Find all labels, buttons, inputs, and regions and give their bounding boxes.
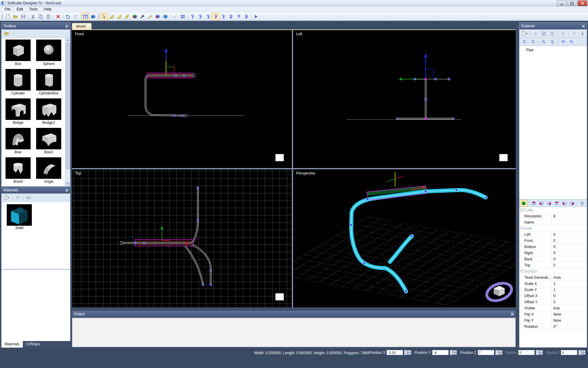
level-2-button[interactable]: 2: [196, 13, 204, 20]
toolbox-item-box[interactable]: Box: [3, 40, 33, 69]
collapse-icon[interactable]: [520, 270, 524, 273]
face-front-button[interactable]: [545, 200, 553, 207]
face-all-button[interactable]: [520, 200, 527, 207]
position-y-input[interactable]: -4: [432, 350, 449, 355]
slider-handle-icon[interactable]: [450, 350, 453, 355]
viewport-left[interactable]: Left: [293, 30, 516, 168]
face-top-button[interactable]: [530, 200, 537, 207]
minimize-button[interactable]: [557, 0, 567, 6]
property-value[interactable]: true: [552, 306, 587, 310]
undo-button[interactable]: [64, 13, 72, 20]
viewport-maximize-button[interactable]: [499, 154, 508, 161]
paste-button[interactable]: [44, 13, 52, 20]
level-8-button[interactable]: 8: [242, 13, 250, 20]
radius2-input[interactable]: 0: [561, 350, 577, 355]
materials-header[interactable]: Materials: [2, 187, 70, 194]
title-bar[interactable]: Softcube Designer IV - Test3.scd: [0, 0, 588, 6]
paint-red-box-tool-button[interactable]: [154, 13, 161, 20]
slider-handle-icon[interactable]: [536, 350, 539, 355]
property-value[interactable]: 8: [552, 214, 587, 218]
output-log[interactable]: [72, 317, 516, 347]
explorer-header[interactable]: Explorer: [519, 23, 587, 29]
property-value[interactable]: 0: [552, 239, 587, 243]
open-toolbox-button[interactable]: [3, 30, 10, 37]
material-item-solid[interactable]: Solid: [5, 204, 34, 230]
tab-uvmaps[interactable]: UVMaps: [23, 341, 43, 347]
rotate-z-cw-button[interactable]: z: [559, 38, 567, 45]
copy-button[interactable]: [37, 13, 44, 20]
viewport-front[interactable]: Front: [72, 30, 292, 168]
grid-snap-button[interactable]: [179, 13, 187, 20]
paint-cyan-box-tool-button[interactable]: [161, 13, 169, 20]
toolbox-item-bow[interactable]: Bow: [3, 128, 33, 157]
move-down-button[interactable]: [579, 30, 586, 37]
slider-handle-icon[interactable]: [496, 350, 499, 355]
close-icon[interactable]: [65, 25, 68, 28]
toolbox-item-angle[interactable]: Angle: [34, 157, 63, 186]
property-value[interactable]: 0°: [552, 324, 587, 329]
slider-handle-icon[interactable]: [404, 350, 407, 355]
spin-down-icon[interactable]: ▼: [539, 353, 543, 355]
property-value[interactable]: 0: [552, 300, 587, 304]
spin-down-icon[interactable]: ▼: [407, 353, 411, 355]
pipe-corner-tool-button[interactable]: [108, 13, 115, 20]
solid-view-button[interactable]: [89, 13, 97, 20]
rotate-z-ccw-button[interactable]: z: [567, 38, 575, 45]
toolbar-grip[interactable]: [98, 13, 99, 20]
position-z-input[interactable]: 7: [478, 350, 494, 355]
eyedropper-tool-button[interactable]: [138, 13, 146, 20]
rotate-y-cw-button[interactable]: y: [540, 38, 548, 45]
face-back-button[interactable]: [561, 200, 568, 207]
property-value[interactable]: 0: [552, 263, 587, 267]
property-value[interactable]: Auto: [552, 275, 587, 280]
menu-help[interactable]: Help: [41, 6, 54, 12]
menu-edit[interactable]: Edit: [14, 6, 26, 12]
toolbox-item-bridge[interactable]: Bridge: [3, 98, 33, 128]
spin-up-icon[interactable]: ▲: [539, 350, 543, 353]
toolbox-item-cylinder[interactable]: Cylinder: [3, 69, 33, 98]
tab-materials[interactable]: Materials: [1, 341, 23, 348]
copy-object-button[interactable]: [540, 30, 548, 37]
pipe-s-tool-button[interactable]: [123, 13, 131, 20]
face-right-button[interactable]: [553, 200, 560, 207]
toolbox-item-bow2[interactable]: Bow2: [34, 128, 63, 157]
new-material-button[interactable]: ▾: [3, 194, 10, 201]
close-icon[interactable]: [65, 189, 68, 192]
scroll-down-icon[interactable]: ▼: [65, 181, 70, 186]
radius-input[interactable]: 0: [518, 350, 535, 355]
delete-button[interactable]: [54, 13, 62, 20]
material-folder-button[interactable]: [25, 194, 32, 201]
open-file-button[interactable]: [12, 13, 19, 20]
viewport-maximize-button[interactable]: [275, 293, 284, 301]
delete-object-button[interactable]: [559, 30, 567, 37]
face-left-button[interactable]: [538, 200, 545, 207]
paintbrush-tool-button[interactable]: [146, 13, 154, 20]
property-value[interactable]: 0: [552, 245, 587, 249]
position-x-input[interactable]: -3.25: [386, 350, 403, 355]
viewport-top[interactable]: Top: [72, 169, 292, 307]
face-bottom-button[interactable]: [568, 200, 576, 207]
viewport-layout-button[interactable]: [81, 13, 89, 20]
toolbox-scrollbar[interactable]: ▲ ▼: [65, 38, 70, 186]
close-icon[interactable]: [511, 312, 514, 316]
rotate-x-cw-button[interactable]: x: [521, 38, 528, 45]
spin-down-icon[interactable]: ▼: [582, 353, 586, 355]
level-1-button[interactable]: 1: [189, 13, 196, 20]
close-button[interactable]: [578, 0, 587, 6]
collapse-icon[interactable]: [520, 208, 524, 212]
level-6-button[interactable]: 6: [227, 13, 235, 20]
property-value[interactable]: false: [552, 312, 587, 316]
top-view-canvas[interactable]: [72, 169, 292, 307]
menu-tools[interactable]: Tools: [26, 6, 40, 12]
left-view-canvas[interactable]: [293, 30, 516, 168]
spin-up-icon[interactable]: ▲: [407, 350, 411, 353]
save-file-button[interactable]: [19, 13, 27, 20]
pipe-curve-tool-button[interactable]: [115, 13, 123, 20]
property-value[interactable]: 1: [552, 282, 587, 286]
property-value[interactable]: 0: [552, 294, 587, 298]
perspective-view-canvas[interactable]: [293, 169, 516, 307]
spin-down-icon[interactable]: ▼: [499, 353, 503, 355]
viewport-maximize-button[interactable]: [275, 154, 284, 161]
explorer-item-pipe[interactable]: Pipe: [519, 47, 587, 53]
tab-world[interactable]: World: [72, 23, 92, 29]
